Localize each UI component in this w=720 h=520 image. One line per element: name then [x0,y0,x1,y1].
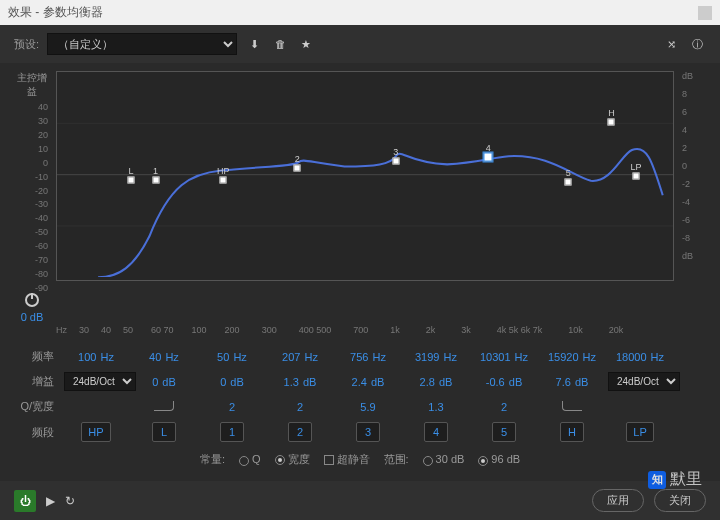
routing-icon[interactable]: ⤨ [662,35,680,53]
loop-button[interactable]: ↻ [65,494,75,508]
gain-5[interactable]: -0.6 dB [472,376,536,388]
q-3[interactable]: 5.9 [336,401,400,413]
gain-1[interactable]: 0 dB [200,376,264,388]
eq-handle-H[interactable] [608,118,615,125]
info-icon[interactable]: ⓘ [688,35,706,53]
radio-96db[interactable]: 96 dB [478,453,520,465]
radio-q[interactable]: Q [239,453,261,465]
eq-handle-HP[interactable] [220,177,227,184]
eq-handle-LP[interactable] [633,173,640,180]
close-button[interactable]: 关闭 [654,489,706,512]
band-toggle-3[interactable]: 3 [336,422,400,442]
download-icon[interactable]: ⬇ [245,35,263,53]
freq-3[interactable]: 756 Hz [336,351,400,363]
gain-2[interactable]: 1.3 dB [268,376,332,388]
row-label-band: 频段 [14,425,60,440]
q-5[interactable]: 2 [472,401,536,413]
freq-LP[interactable]: 18000 Hz [608,351,672,363]
master-scale: 403020100-10-20-30-40-50-60-70-80-90 [14,103,50,293]
eq-handle-L[interactable] [127,177,134,184]
radio-width[interactable]: 宽度 [275,452,310,467]
freq-HP[interactable]: 100 Hz [64,351,128,363]
trash-icon[interactable]: 🗑 [271,35,289,53]
preset-select[interactable]: （自定义） [47,33,237,55]
eq-handle-2[interactable] [294,164,301,171]
master-gain-label: 主控增益 [14,71,50,99]
gain-4[interactable]: 2.8 dB [404,376,468,388]
band-toggle-2[interactable]: 2 [268,422,332,442]
power-button[interactable]: ⏻ [14,490,36,512]
band-toggle-HP[interactable]: HP [64,422,128,442]
freq-1[interactable]: 50 Hz [200,351,264,363]
star-icon[interactable]: ★ [297,35,315,53]
shelf-H[interactable] [540,401,604,413]
window-titlebar: 效果 - 参数均衡器 [0,0,720,25]
freq-4[interactable]: 3199 Hz [404,351,468,363]
band-toggle-4[interactable]: 4 [404,422,468,442]
band-toggle-L[interactable]: L [132,422,196,442]
radio-30db[interactable]: 30 dB [423,453,465,465]
q-1[interactable]: 2 [200,401,264,413]
freq-2[interactable]: 207 Hz [268,351,332,363]
gain-L[interactable]: 0 dB [132,376,196,388]
shelf-icon [154,401,174,411]
eq-handle-4[interactable] [484,153,493,162]
eq-handle-3[interactable] [392,158,399,165]
band-toggle-H[interactable]: H [540,422,604,442]
freq-5[interactable]: 10301 Hz [472,351,536,363]
preset-toolbar: 预设: （自定义） ⬇ 🗑 ★ ⤨ ⓘ [0,25,720,63]
eq-handle-1[interactable] [152,177,159,184]
footer-bar: ⏻ ▶ ↻ 应用 关闭 [0,481,720,520]
gain-3[interactable]: 2.4 dB [336,376,400,388]
band-toggle-1[interactable]: 1 [200,422,264,442]
shelf-L[interactable] [132,401,196,413]
apply-button[interactable]: 应用 [592,489,644,512]
shelf-icon [562,401,582,411]
row-label-gain: 增益 [14,374,60,389]
freq-H[interactable]: 15920 Hz [540,351,604,363]
window-title: 效果 - 参数均衡器 [8,4,103,21]
right-scale: dB86420-2-4-6-8dB [680,71,706,261]
close-icon[interactable] [698,6,712,20]
gain-H[interactable]: 7.6 dB [540,376,604,388]
band-toggle-LP[interactable]: LP [608,422,672,442]
row-label-q: Q/宽度 [14,399,60,414]
master-gain-knob[interactable] [25,293,39,307]
freq-axis: Hz30405060 70100200300400 5007001k2k3k4k… [14,325,706,335]
slope-LP[interactable]: 24dB/Oct [608,372,672,391]
eq-handle-5[interactable] [565,179,572,186]
checkbox-quiet[interactable]: 超静音 [324,452,370,467]
eq-graph[interactable]: L1HP2345HLP [56,71,674,281]
q-2[interactable]: 2 [268,401,332,413]
band-toggle-5[interactable]: 5 [472,422,536,442]
preset-label: 预设: [14,37,39,52]
constants-row: 常量: Q 宽度 超静音 范围: 30 dB 96 dB [14,452,706,467]
master-gain-value[interactable]: 0 dB [14,311,50,323]
q-4[interactable]: 1.3 [404,401,468,413]
row-label-freq: 频率 [14,349,60,364]
slope-HP[interactable]: 24dB/Oct [64,372,128,391]
play-button[interactable]: ▶ [46,494,55,508]
freq-L[interactable]: 40 Hz [132,351,196,363]
